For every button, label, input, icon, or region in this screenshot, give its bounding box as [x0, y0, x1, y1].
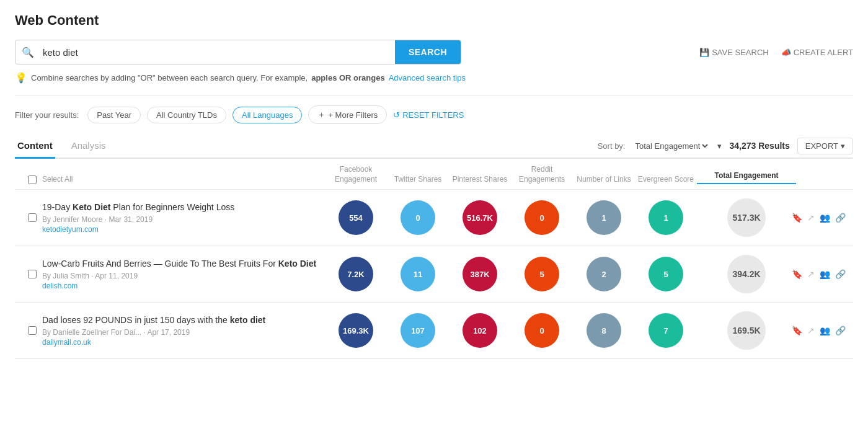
link-icon-0[interactable]: 🔗: [835, 213, 846, 223]
bookmark-icon-2[interactable]: 🔖: [792, 326, 802, 335]
pinterest-cell-1: 387K: [449, 257, 511, 291]
results-info: Sort by: Total Engagement ▾ 34,273 Resul…: [598, 138, 853, 154]
chevron-down-icon: ▾: [841, 141, 845, 151]
share-icon-1[interactable]: ↗: [807, 269, 815, 279]
divider: [15, 95, 853, 95]
col-header-reddit: Reddit Engagements: [511, 165, 573, 184]
people-icon-1[interactable]: 👥: [820, 269, 830, 279]
col-header-links: Number of Links: [573, 175, 635, 185]
search-input[interactable]: [40, 41, 395, 64]
table-header: Select All Facebook Engagement Twitter S…: [15, 159, 853, 190]
row-checkbox-0[interactable]: [28, 213, 37, 222]
save-icon: 💾: [699, 48, 709, 57]
alert-icon: 📣: [781, 48, 791, 57]
reddit-cell-2: 0: [511, 313, 573, 348]
table-row: Low-Carb Fruits And Berries — Guide To T…: [15, 246, 853, 303]
links-circle-2: 8: [587, 313, 621, 348]
total-cell-2: 169.5K: [697, 311, 796, 350]
article-info-1: Low-Carb Fruits And Berries — Guide To T…: [42, 258, 325, 290]
tab-content[interactable]: Content: [15, 134, 55, 159]
evergreen-circle-0: 1: [649, 200, 683, 235]
share-icon-2[interactable]: ↗: [807, 326, 815, 335]
people-icon-2[interactable]: 👥: [820, 326, 830, 335]
pinterest-cell-0: 516.7K: [449, 200, 511, 235]
create-alert-button[interactable]: 📣 CREATE ALERT: [781, 48, 853, 57]
chevron-down-icon: ▾: [717, 141, 722, 151]
facebook-cell-0: 554: [325, 200, 387, 235]
facebook-cell-2: 169.3K: [325, 313, 387, 348]
people-icon-0[interactable]: 👥: [820, 213, 830, 223]
link-icon-1[interactable]: 🔗: [835, 269, 846, 279]
tip-text: Combine searches by adding "OR" between …: [31, 73, 308, 82]
reddit-circle-1: 5: [525, 257, 559, 291]
row-checkbox-2[interactable]: [28, 326, 37, 335]
twitter-cell-0: 0: [387, 200, 449, 235]
links-cell-1: 2: [573, 257, 635, 291]
page-title: Web Content: [15, 12, 853, 29]
sort-select[interactable]: Total Engagement: [632, 141, 710, 151]
article-link-1[interactable]: delish.com: [42, 282, 325, 290]
tip-icon: 💡: [15, 72, 27, 84]
tip-row: 💡 Combine searches by adding "OR" betwee…: [15, 72, 853, 84]
filter-country-tlds[interactable]: All Country TLDs: [147, 107, 226, 123]
facebook-cell-1: 7.2K: [325, 257, 387, 291]
header-actions: 💾 SAVE SEARCH 📣 CREATE ALERT: [699, 48, 853, 57]
total-cell-1: 394.2K: [697, 255, 796, 293]
article-meta-0: By Jennifer Moore · Mar 31, 2019: [42, 215, 325, 224]
table-body: 19-Day Keto Diet Plan for Beginners Weig…: [15, 190, 853, 359]
col-header-twitter: Twitter Shares: [387, 175, 449, 185]
article-meta-2: By Danielle Zoellner For Dai... · Apr 17…: [42, 328, 325, 337]
article-link-2[interactable]: dailymail.co.uk: [42, 338, 325, 347]
reset-icon: ↺: [393, 110, 400, 120]
col-header-pinterest: Pinterest Shares: [449, 175, 511, 185]
article-link-0[interactable]: ketodietyum.com: [42, 225, 325, 234]
link-icon-2[interactable]: 🔗: [835, 326, 846, 335]
filter-label: Filter your results:: [15, 110, 79, 120]
filter-more-button[interactable]: ＋ + More Filters: [308, 105, 387, 124]
row-actions-0: 🔖 ↗ 👥 🔗: [796, 213, 846, 223]
row-checkbox-1[interactable]: [28, 270, 37, 278]
total-circle-2: 169.5K: [727, 311, 766, 350]
evergreen-cell-2: 7: [635, 313, 697, 348]
article-info-0: 19-Day Keto Diet Plan for Beginners Weig…: [42, 202, 325, 234]
col-header-title: Select All: [42, 175, 325, 185]
twitter-circle-1: 11: [401, 257, 435, 291]
twitter-cell-2: 107: [387, 313, 449, 348]
tabs-row: Content Analysis Sort by: Total Engageme…: [15, 134, 853, 159]
search-icon: 🔍: [16, 47, 40, 58]
export-button[interactable]: EXPORT ▾: [797, 138, 853, 154]
article-title-1: Low-Carb Fruits And Berries — Guide To T…: [42, 258, 325, 270]
reset-filters-button[interactable]: ↺ RESET FILTERS: [393, 110, 464, 120]
tab-analysis[interactable]: Analysis: [69, 134, 108, 159]
article-title-2: Dad loses 92 POUNDS in just 150 days wit…: [42, 314, 325, 327]
links-cell-2: 8: [573, 313, 635, 348]
reddit-circle-2: 0: [525, 313, 559, 348]
evergreen-circle-1: 5: [649, 257, 683, 291]
total-circle-1: 394.2K: [727, 255, 766, 293]
total-circle-0: 517.3K: [727, 198, 766, 237]
filter-all-languages[interactable]: All Languages: [232, 107, 302, 123]
twitter-cell-1: 11: [387, 257, 449, 291]
twitter-circle-2: 107: [401, 313, 435, 348]
row-actions-1: 🔖 ↗ 👥 🔗: [796, 269, 846, 279]
table-row: 19-Day Keto Diet Plan for Beginners Weig…: [15, 190, 853, 246]
twitter-circle-0: 0: [401, 200, 435, 235]
pinterest-circle-2: 102: [463, 313, 497, 348]
bookmark-icon-1[interactable]: 🔖: [792, 269, 802, 279]
share-icon-0[interactable]: ↗: [807, 213, 815, 223]
links-cell-0: 1: [573, 200, 635, 235]
bookmark-icon-0[interactable]: 🔖: [792, 213, 802, 223]
reddit-circle-0: 0: [525, 200, 559, 235]
search-button[interactable]: SEARCH: [395, 40, 461, 64]
save-search-button[interactable]: 💾 SAVE SEARCH: [699, 48, 769, 57]
filter-past-year[interactable]: Past Year: [87, 107, 141, 123]
col-header-total: Total Engagement: [697, 171, 796, 185]
evergreen-cell-1: 5: [635, 257, 697, 291]
table-row: Dad loses 92 POUNDS in just 150 days wit…: [15, 303, 853, 359]
row-actions-2: 🔖 ↗ 👥 🔗: [796, 326, 846, 335]
links-circle-0: 1: [587, 200, 621, 235]
advanced-search-tips-link[interactable]: Advanced search tips: [389, 73, 466, 82]
article-meta-1: By Julia Smith · Apr 11, 2019: [42, 272, 325, 280]
select-all-checkbox[interactable]: [28, 175, 37, 184]
facebook-circle-0: 554: [339, 200, 373, 235]
